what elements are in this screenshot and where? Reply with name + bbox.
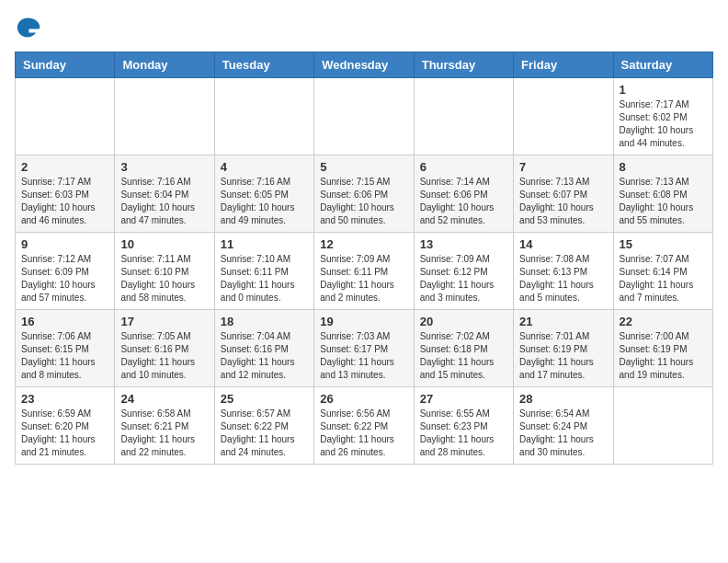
day-info: Sunrise: 6:54 AM Sunset: 6:24 PM Dayligh… xyxy=(519,408,607,459)
day-info: Sunrise: 7:05 AM Sunset: 6:16 PM Dayligh… xyxy=(120,330,208,382)
calendar-day-cell: 21Sunrise: 7:01 AM Sunset: 6:19 PM Dayli… xyxy=(514,310,613,387)
calendar-week-row: 9Sunrise: 7:12 AM Sunset: 6:09 PM Daylig… xyxy=(16,233,713,310)
calendar-day-cell: 19Sunrise: 7:03 AM Sunset: 6:17 PM Dayli… xyxy=(314,310,414,387)
day-number: 14 xyxy=(519,237,607,251)
day-number: 6 xyxy=(420,160,507,174)
day-info: Sunrise: 7:11 AM Sunset: 6:10 PM Dayligh… xyxy=(120,253,208,304)
day-number: 20 xyxy=(420,315,507,328)
calendar-day-cell: 18Sunrise: 7:04 AM Sunset: 6:16 PM Dayli… xyxy=(214,310,313,387)
calendar-day-cell: 9Sunrise: 7:12 AM Sunset: 6:09 PM Daylig… xyxy=(16,233,115,310)
day-info: Sunrise: 7:10 AM Sunset: 6:11 PM Dayligh… xyxy=(221,253,308,304)
day-info: Sunrise: 7:04 AM Sunset: 6:16 PM Dayligh… xyxy=(221,330,308,382)
calendar-day-cell: 15Sunrise: 7:07 AM Sunset: 6:14 PM Dayli… xyxy=(613,233,712,310)
day-number: 24 xyxy=(120,392,208,406)
day-number: 3 xyxy=(120,160,208,174)
day-number: 13 xyxy=(420,237,507,251)
calendar-day-cell xyxy=(314,78,414,155)
calendar-day-cell: 28Sunrise: 6:54 AM Sunset: 6:24 PM Dayli… xyxy=(514,387,613,465)
calendar-week-row: 2Sunrise: 7:17 AM Sunset: 6:03 PM Daylig… xyxy=(16,155,713,233)
day-info: Sunrise: 7:09 AM Sunset: 6:12 PM Dayligh… xyxy=(420,253,507,304)
calendar-header: SundayMondayTuesdayWednesdayThursdayFrid… xyxy=(16,52,713,78)
calendar-day-cell: 6Sunrise: 7:14 AM Sunset: 6:06 PM Daylig… xyxy=(414,155,513,233)
day-number: 10 xyxy=(120,237,208,251)
day-info: Sunrise: 7:09 AM Sunset: 6:11 PM Dayligh… xyxy=(320,253,407,304)
day-number: 21 xyxy=(519,315,607,328)
day-info: Sunrise: 7:15 AM Sunset: 6:06 PM Dayligh… xyxy=(320,176,407,227)
day-info: Sunrise: 7:17 AM Sunset: 6:02 PM Dayligh… xyxy=(620,98,707,150)
page-header xyxy=(15,15,713,40)
day-info: Sunrise: 6:55 AM Sunset: 6:23 PM Dayligh… xyxy=(420,408,507,459)
day-number: 12 xyxy=(320,237,407,251)
day-number: 19 xyxy=(320,315,407,328)
calendar-day-cell: 26Sunrise: 6:56 AM Sunset: 6:22 PM Dayli… xyxy=(314,387,414,465)
calendar-day-cell: 11Sunrise: 7:10 AM Sunset: 6:11 PM Dayli… xyxy=(214,233,313,310)
calendar-day-cell: 7Sunrise: 7:13 AM Sunset: 6:07 PM Daylig… xyxy=(514,155,613,233)
day-info: Sunrise: 7:13 AM Sunset: 6:08 PM Dayligh… xyxy=(620,176,707,227)
day-number: 26 xyxy=(320,392,407,406)
day-info: Sunrise: 7:02 AM Sunset: 6:18 PM Dayligh… xyxy=(420,330,507,382)
calendar-day-cell: 20Sunrise: 7:02 AM Sunset: 6:18 PM Dayli… xyxy=(414,310,513,387)
day-of-week-header: Tuesday xyxy=(214,52,313,78)
calendar-day-cell xyxy=(115,78,214,155)
day-number: 27 xyxy=(420,392,507,406)
calendar-day-cell: 14Sunrise: 7:08 AM Sunset: 6:13 PM Dayli… xyxy=(514,233,613,310)
calendar-day-cell xyxy=(414,78,513,155)
calendar-day-cell: 17Sunrise: 7:05 AM Sunset: 6:16 PM Dayli… xyxy=(115,310,214,387)
calendar-day-cell: 24Sunrise: 6:58 AM Sunset: 6:21 PM Dayli… xyxy=(115,387,214,465)
day-number: 16 xyxy=(21,315,108,328)
day-number: 17 xyxy=(120,315,208,328)
day-of-week-header: Sunday xyxy=(16,52,115,78)
calendar-day-cell: 16Sunrise: 7:06 AM Sunset: 6:15 PM Dayli… xyxy=(16,310,115,387)
day-info: Sunrise: 7:01 AM Sunset: 6:19 PM Dayligh… xyxy=(519,330,607,382)
calendar-day-cell: 4Sunrise: 7:16 AM Sunset: 6:05 PM Daylig… xyxy=(214,155,313,233)
day-info: Sunrise: 7:17 AM Sunset: 6:03 PM Dayligh… xyxy=(21,176,108,227)
calendar-day-cell: 25Sunrise: 6:57 AM Sunset: 6:22 PM Dayli… xyxy=(214,387,313,465)
day-info: Sunrise: 6:59 AM Sunset: 6:20 PM Dayligh… xyxy=(21,408,108,459)
calendar-day-cell: 23Sunrise: 6:59 AM Sunset: 6:20 PM Dayli… xyxy=(16,387,115,465)
day-of-week-header: Thursday xyxy=(414,52,513,78)
day-number: 9 xyxy=(21,237,108,251)
calendar-day-cell: 1Sunrise: 7:17 AM Sunset: 6:02 PM Daylig… xyxy=(613,78,712,155)
day-number: 15 xyxy=(620,237,707,251)
day-info: Sunrise: 7:16 AM Sunset: 6:05 PM Dayligh… xyxy=(221,176,308,227)
calendar-day-cell: 13Sunrise: 7:09 AM Sunset: 6:12 PM Dayli… xyxy=(414,233,513,310)
day-number: 8 xyxy=(620,160,707,174)
calendar-week-row: 1Sunrise: 7:17 AM Sunset: 6:02 PM Daylig… xyxy=(16,78,713,155)
day-number: 5 xyxy=(320,160,407,174)
logo-icon xyxy=(15,15,40,40)
calendar-day-cell: 8Sunrise: 7:13 AM Sunset: 6:08 PM Daylig… xyxy=(613,155,712,233)
day-number: 4 xyxy=(221,160,308,174)
calendar-body: 1Sunrise: 7:17 AM Sunset: 6:02 PM Daylig… xyxy=(16,78,713,465)
calendar-day-cell xyxy=(16,78,115,155)
day-info: Sunrise: 7:16 AM Sunset: 6:04 PM Dayligh… xyxy=(120,176,208,227)
day-number: 28 xyxy=(519,392,607,406)
day-of-week-header: Wednesday xyxy=(314,52,414,78)
day-info: Sunrise: 7:06 AM Sunset: 6:15 PM Dayligh… xyxy=(21,330,108,382)
day-number: 23 xyxy=(21,392,108,406)
day-info: Sunrise: 6:57 AM Sunset: 6:22 PM Dayligh… xyxy=(221,408,308,459)
calendar-day-cell: 27Sunrise: 6:55 AM Sunset: 6:23 PM Dayli… xyxy=(414,387,513,465)
calendar-table: SundayMondayTuesdayWednesdayThursdayFrid… xyxy=(15,52,713,465)
calendar-day-cell xyxy=(214,78,313,155)
calendar-day-cell: 10Sunrise: 7:11 AM Sunset: 6:10 PM Dayli… xyxy=(115,233,214,310)
day-info: Sunrise: 6:56 AM Sunset: 6:22 PM Dayligh… xyxy=(320,408,407,459)
calendar-day-cell xyxy=(514,78,613,155)
day-info: Sunrise: 6:58 AM Sunset: 6:21 PM Dayligh… xyxy=(120,408,208,459)
day-info: Sunrise: 7:08 AM Sunset: 6:13 PM Dayligh… xyxy=(519,253,607,304)
calendar-week-row: 23Sunrise: 6:59 AM Sunset: 6:20 PM Dayli… xyxy=(16,387,713,465)
calendar-day-cell xyxy=(613,387,712,465)
day-number: 11 xyxy=(221,237,308,251)
calendar-day-cell: 12Sunrise: 7:09 AM Sunset: 6:11 PM Dayli… xyxy=(314,233,414,310)
day-number: 1 xyxy=(620,83,707,97)
day-number: 18 xyxy=(221,315,308,328)
day-number: 25 xyxy=(221,392,308,406)
day-of-week-header: Monday xyxy=(115,52,214,78)
day-number: 7 xyxy=(519,160,607,174)
day-info: Sunrise: 7:07 AM Sunset: 6:14 PM Dayligh… xyxy=(620,253,707,304)
calendar-week-row: 16Sunrise: 7:06 AM Sunset: 6:15 PM Dayli… xyxy=(16,310,713,387)
day-info: Sunrise: 7:12 AM Sunset: 6:09 PM Dayligh… xyxy=(21,253,108,304)
calendar-day-cell: 5Sunrise: 7:15 AM Sunset: 6:06 PM Daylig… xyxy=(314,155,414,233)
day-of-week-header: Saturday xyxy=(613,52,712,78)
calendar-day-cell: 3Sunrise: 7:16 AM Sunset: 6:04 PM Daylig… xyxy=(115,155,214,233)
day-info: Sunrise: 7:03 AM Sunset: 6:17 PM Dayligh… xyxy=(320,330,407,382)
